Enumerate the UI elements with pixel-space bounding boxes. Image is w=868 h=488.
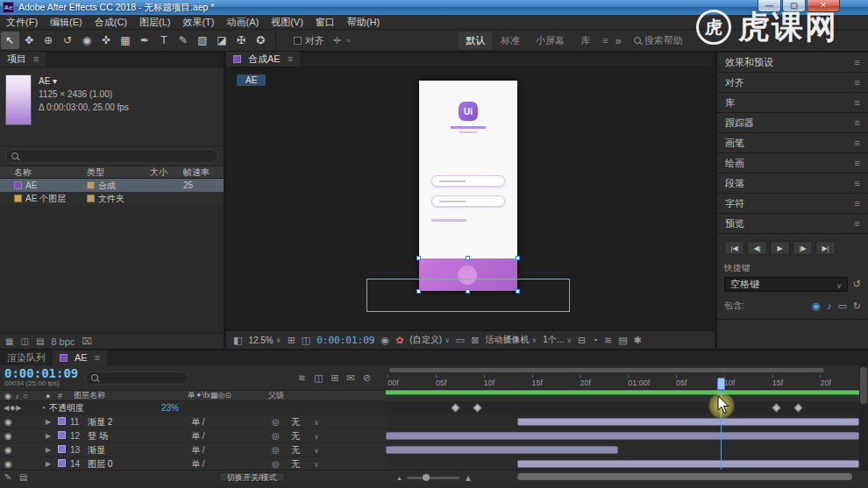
tool-button[interactable]: ◉ [78, 32, 96, 49]
edit-pencil-icon[interactable]: ✎ [4, 472, 11, 482]
menu-item[interactable]: 合成(C) [89, 15, 133, 30]
panel-menu-icon[interactable] [851, 158, 860, 168]
visibility-toggle-icon[interactable]: ◉ [0, 417, 12, 427]
flowchart-icon[interactable]: ✱ [634, 335, 642, 346]
frame-blending-icon[interactable]: ✉ [347, 372, 355, 384]
tool-button[interactable]: ↺ [59, 32, 77, 49]
parent-dropdown[interactable]: 无 [291, 430, 386, 442]
layer-name[interactable]: 渐显 2 [88, 416, 191, 428]
composition-mini-flowchart-icon[interactable]: ≋ [298, 372, 306, 384]
hide-shy-layers-icon[interactable]: ⊞ [331, 372, 338, 384]
close-button[interactable]: ✕ [807, 0, 840, 12]
timeline-zoom-control[interactable]: ▲ ▲ [396, 473, 473, 483]
selection-handle[interactable] [416, 289, 421, 294]
column-type[interactable]: 类型 [87, 166, 150, 179]
property-row-opacity[interactable]: ◀◆▶ 不透明度 23% [0, 401, 386, 415]
expand-arrow-icon[interactable]: ▶ [46, 418, 58, 426]
column-fps[interactable]: 帧速率 [183, 166, 224, 179]
tool-button[interactable]: ✜ [97, 32, 116, 49]
tool-button[interactable]: ◪ [213, 32, 231, 49]
resolution-dropdown[interactable]: (自定义) [409, 334, 450, 346]
menu-item[interactable]: 视图(V) [265, 15, 309, 30]
render-queue-tab[interactable]: 渲染队列 [0, 350, 53, 365]
item-thumbnail[interactable] [5, 74, 32, 125]
project-table-header[interactable]: 名称 类型 大小 帧速率 [0, 166, 224, 179]
composition-tab[interactable]: 合成AE [226, 52, 300, 67]
visibility-toggle-icon[interactable]: ◉ [0, 445, 12, 455]
layer-row[interactable]: ◉ ▶ 11 渐显 2 单 / ◎ 无 [0, 415, 386, 429]
layer-track[interactable] [386, 429, 859, 443]
visibility-toggle-icon[interactable]: ◉ [0, 459, 12, 469]
timeline-search-input[interactable] [85, 371, 189, 385]
channels-icon[interactable]: ✿ [395, 335, 403, 346]
reset-icon[interactable]: ↺ [853, 279, 861, 290]
active-camera-dropdown[interactable]: 活动摄像机 [485, 334, 537, 346]
current-time-display[interactable]: 0:00:01:09 [4, 368, 78, 379]
playhead[interactable] [721, 390, 722, 470]
table-row[interactable]: AE 合成 25 [0, 179, 224, 192]
fast-preview-icon[interactable]: ≋ [604, 335, 612, 346]
grid-options-icon[interactable]: ⊞ [288, 335, 295, 346]
maximize-button[interactable]: ▢ [782, 0, 806, 12]
layer-row[interactable]: ◉ ▶ 12 登 场 单 / ◎ 无 [0, 429, 386, 443]
mask-visibility-icon[interactable]: ◫ [302, 335, 310, 346]
selection-handle[interactable] [516, 256, 520, 260]
transport-button[interactable]: ◀| [747, 241, 767, 255]
parent-dropdown[interactable]: 无 [291, 416, 386, 428]
view-layout-dropdown[interactable]: 1个... [543, 334, 572, 346]
panel-header[interactable]: 字符 [717, 194, 868, 214]
tool-button[interactable]: ▦ [117, 32, 135, 49]
selection-handle[interactable] [516, 289, 520, 294]
trash-icon[interactable]: ⌧ [82, 336, 92, 346]
parent-dropdown[interactable]: 无 [291, 458, 386, 470]
preview-panel-header[interactable]: 预览 [717, 214, 868, 234]
panel-header[interactable]: 效果和预设 [717, 53, 868, 73]
workspace-tab[interactable]: 小屏幕 [529, 32, 572, 49]
transport-button[interactable]: |◀ [724, 241, 744, 255]
tool-button[interactable]: ✎ [174, 32, 193, 49]
tool-button[interactable]: ✒ [136, 32, 154, 49]
project-search-input[interactable] [5, 149, 218, 163]
expand-arrow-icon[interactable]: ▶ [46, 460, 58, 468]
workspace-menu-icon[interactable] [599, 35, 608, 46]
layer-name[interactable]: 图层 0 [88, 458, 191, 470]
opacity-property-label[interactable]: 不透明度 [30, 402, 161, 414]
layer-name[interactable]: 渐显 [88, 444, 191, 456]
include-overlays-icon[interactable]: ▭ [837, 301, 846, 312]
panel-header[interactable]: 画笔 [717, 133, 868, 153]
zoom-knob[interactable] [423, 474, 430, 481]
expand-arrow-icon[interactable]: ▶ [46, 432, 58, 440]
composition-viewport[interactable]: AE Ui [226, 67, 715, 329]
interpret-footage-icon[interactable]: ▦ [5, 336, 13, 346]
new-folder-icon[interactable]: ◫ [20, 336, 28, 346]
panel-header[interactable]: 库 [717, 93, 868, 113]
menu-item[interactable]: 编辑(E) [44, 15, 89, 30]
exposure-icon[interactable]: ◔ [592, 335, 598, 345]
zoom-in-icon[interactable]: ▲ [464, 473, 473, 483]
layer-switches[interactable]: 单 / [191, 430, 272, 442]
zoom-slider[interactable] [407, 477, 459, 479]
track-matte-icon[interactable]: ◎ [272, 431, 291, 441]
scrollbar-thumb[interactable] [860, 367, 867, 404]
design-artboard[interactable]: Ui [419, 81, 517, 291]
include-video-icon[interactable]: ◉ [812, 301, 821, 312]
panel-menu-icon[interactable] [851, 97, 860, 108]
layer-duration-bar[interactable] [517, 460, 859, 468]
panel-header[interactable]: 绘画 [717, 153, 868, 173]
layer-color-label[interactable] [58, 445, 66, 453]
project-bit-depth[interactable]: 8 bpc [51, 336, 75, 347]
tool-button[interactable]: ⊕ [39, 32, 58, 49]
layer-track[interactable] [386, 443, 859, 457]
keyframe[interactable] [793, 404, 802, 413]
toolbar-overflow-button[interactable]: » [615, 34, 622, 47]
layer-row[interactable]: ◉ ▶ 13 渐显 单 / ◎ 无 [0, 443, 386, 457]
include-audio-icon[interactable]: ♪ [827, 301, 832, 311]
panel-menu-icon[interactable] [851, 178, 860, 188]
track-matte-icon[interactable]: ◎ [272, 445, 291, 455]
layer-columns-header[interactable]: ◉ ♪ ○ ● # 图层名称 单✦\fx▦◎⊙ 父级 [0, 390, 386, 401]
tool-button[interactable]: ▨ [194, 32, 212, 49]
layer-color-label[interactable] [58, 431, 66, 439]
toolbar-misc-icons[interactable]: ✛▫ [333, 35, 355, 46]
layer-color-label[interactable] [58, 459, 66, 467]
expand-arrow-icon[interactable]: ▶ [46, 446, 58, 454]
